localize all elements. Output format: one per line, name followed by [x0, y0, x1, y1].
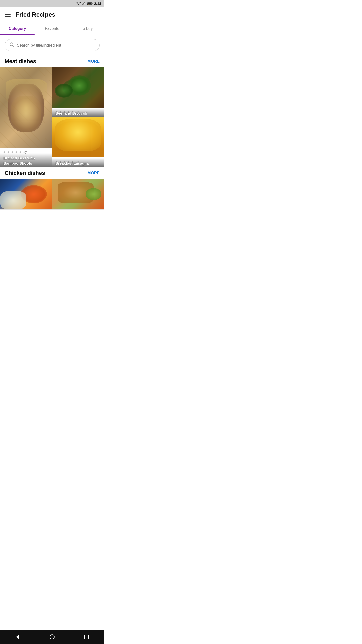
search-box [5, 39, 100, 51]
tab-category[interactable]: Category [0, 22, 35, 35]
meat-dishes-more[interactable]: MORE [87, 59, 100, 64]
chicken-dishes-section: Chicken dishes MORE [0, 167, 104, 210]
recipe-card-chicken-1[interactable] [0, 179, 52, 210]
braised-beef-overlay: Braised Beef with Bamboo Shoots [0, 153, 52, 167]
search-input[interactable] [17, 43, 95, 48]
search-icon [9, 42, 14, 48]
beef-broccoli-overlay: Beef and Broccoli [52, 108, 104, 117]
app-title: Fried Recipes [16, 11, 55, 18]
search-container [0, 35, 104, 55]
breakfast-lasagna-title: Breakfast Lasagna [55, 161, 101, 166]
chicken-dishes-more[interactable]: MORE [87, 171, 100, 175]
beef-broccoli-title: Beef and Broccoli [55, 111, 101, 116]
tab-favorite[interactable]: Favorite [35, 22, 69, 35]
chicken-dishes-grid [0, 179, 104, 210]
status-bar: ⚡ 2:18 [0, 0, 104, 7]
tab-to-buy[interactable]: To buy [69, 22, 104, 35]
battery-icon: ⚡ [87, 2, 93, 5]
chicken-1-image [0, 179, 52, 209]
breakfast-lasagna-image [52, 117, 104, 157]
meat-dishes-header: Meat dishes MORE [0, 55, 104, 67]
menu-button[interactable] [5, 13, 11, 17]
recipe-card-beef-broccoli[interactable]: Beef and Broccoli ★ ★ ★ ★ ★ (0) [52, 67, 104, 117]
status-time: 2:18 [94, 2, 101, 6]
tabs-container: Category Favorite To buy [0, 22, 104, 35]
svg-text:⚡: ⚡ [88, 3, 90, 5]
breakfast-lasagna-overlay: Breakfast Lasagna [52, 158, 104, 167]
chicken-2-image [52, 179, 104, 209]
braised-beef-image [0, 67, 52, 148]
status-icons: ⚡ [76, 2, 93, 5]
recipe-card-chicken-2[interactable] [52, 179, 104, 210]
beef-broccoli-image [52, 67, 104, 108]
chicken-dishes-title: Chicken dishes [5, 170, 45, 176]
signal-off-icon [82, 2, 86, 5]
braised-beef-title: Braised Beef with Bamboo Shoots [3, 156, 49, 166]
wifi-icon [76, 2, 81, 5]
meat-dishes-title: Meat dishes [5, 58, 36, 65]
app-bar: Fried Recipes [0, 7, 104, 22]
svg-point-1 [78, 5, 79, 5]
svg-line-12 [13, 45, 14, 47]
chicken-dishes-header: Chicken dishes MORE [0, 167, 104, 179]
meat-dishes-grid: Braised Beef with Bamboo Shoots ★ ★ ★ ★ … [0, 67, 104, 167]
svg-marker-0 [78, 4, 79, 5]
recipe-card-breakfast-lasagna[interactable]: Breakfast Lasagna ★ ★ ★ ★ ★ (0) [52, 117, 104, 167]
svg-rect-8 [92, 3, 92, 4]
recipe-card-braised-beef[interactable]: Braised Beef with Bamboo Shoots ★ ★ ★ ★ … [0, 67, 52, 167]
